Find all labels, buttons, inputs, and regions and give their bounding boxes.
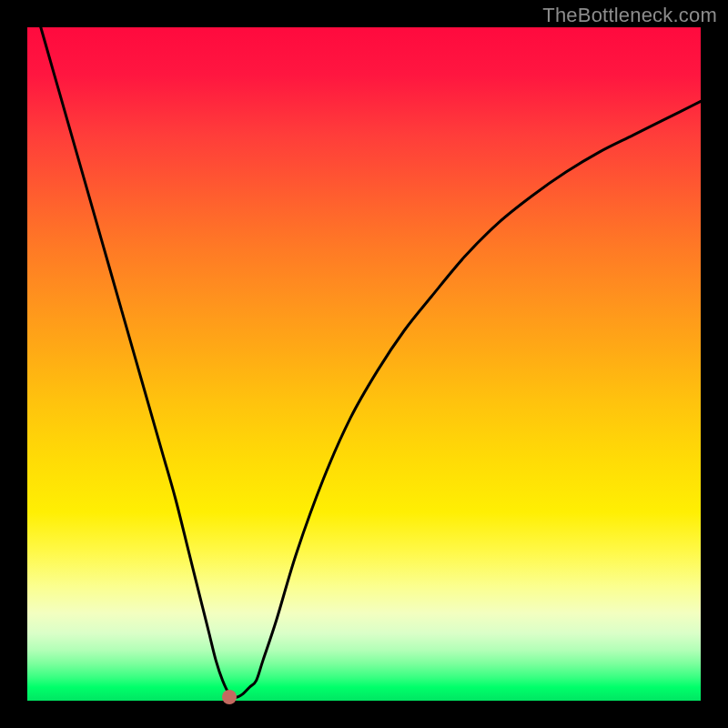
chart-frame: TheBottleneck.com — [0, 0, 728, 728]
plot-area — [27, 27, 701, 701]
bottleneck-curve — [27, 0, 701, 697]
watermark-text: TheBottleneck.com — [542, 4, 717, 27]
optimum-marker — [222, 690, 237, 704]
curve-layer — [27, 27, 701, 701]
